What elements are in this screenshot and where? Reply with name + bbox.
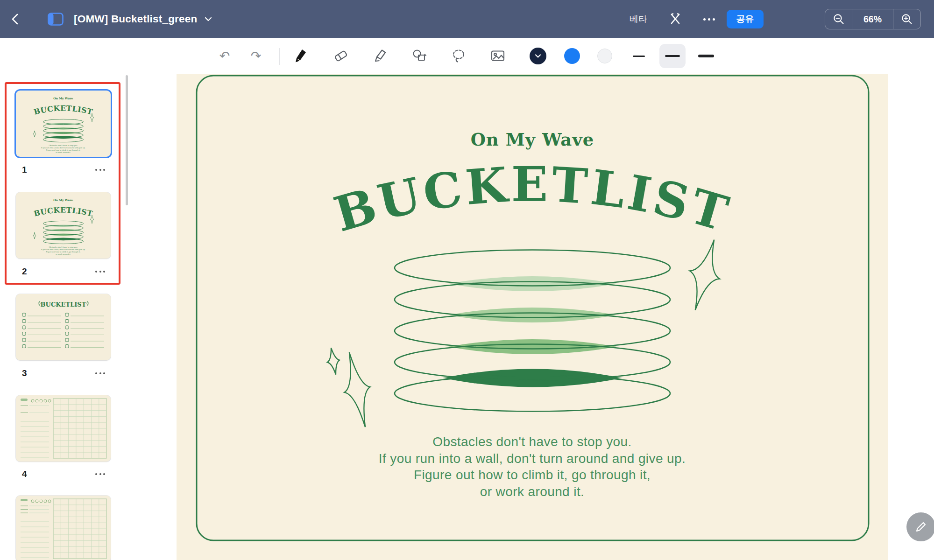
stroke-width-medium-button[interactable] (659, 44, 686, 68)
page-menu-button[interactable] (94, 370, 106, 377)
image-icon (490, 48, 506, 64)
coil-illustration (395, 250, 670, 412)
planner-thumbnail-art (16, 395, 111, 462)
stroke-width-large-button[interactable] (696, 46, 716, 66)
image-tool-button[interactable] (488, 46, 508, 66)
page-thumbnail-4[interactable] (16, 395, 111, 462)
stroke-small-icon (633, 56, 645, 57)
zoom-in-button[interactable] (893, 9, 920, 29)
svg-text:BUCKETLIST: BUCKETLIST (33, 104, 93, 116)
quote-line: or work around it. (177, 483, 888, 500)
zoom-in-icon (900, 12, 914, 26)
lasso-icon (451, 48, 467, 64)
canvas-area: On My Wave BUCKETLIST (131, 74, 934, 560)
chevron-left-icon (8, 11, 24, 27)
sidebar-icon (47, 12, 64, 27)
crossed-tools-button[interactable] (665, 9, 686, 29)
color-expand-button[interactable] (528, 46, 548, 66)
svg-text:BUCKETLIST: BUCKETLIST (41, 301, 86, 308)
cover-thumbnail-art: On My Wave BUCKETLIST Obstacles don't ha… (16, 91, 111, 157)
page-number: 1 (22, 165, 27, 175)
lasso-tool-button[interactable] (448, 46, 469, 66)
zoom-out-button[interactable] (825, 9, 852, 29)
stroke-large-icon (698, 55, 714, 57)
redo-icon: ↷ (251, 50, 262, 63)
blue-color-icon (564, 48, 580, 64)
list-thumbnail-art: BUCKETLIST (16, 294, 111, 360)
edit-mode-button[interactable] (906, 512, 934, 541)
more-options-button[interactable] (699, 9, 719, 29)
more-options-icon (703, 18, 715, 21)
page-number: 4 (22, 469, 27, 479)
page-label-row: 4 (16, 468, 111, 480)
cover-subtitle: On My Wave (471, 129, 594, 150)
page-number: 2 (22, 266, 27, 277)
eraser-tool-button[interactable] (331, 46, 351, 66)
svg-text:or work around it.: or work around it. (56, 151, 71, 154)
highlighter-icon (372, 48, 388, 64)
color-swatch-white[interactable] (594, 46, 615, 66)
zoom-out-icon (832, 12, 846, 26)
header: [OMW] Bucketlist_green 베타 공유 (0, 0, 934, 38)
page-thumbnail-5[interactable] (16, 496, 111, 560)
stroke-medium-icon (665, 55, 680, 57)
page-thumbnail-1[interactable]: On My Wave BUCKETLIST Obstacles don't ha… (16, 91, 111, 157)
undo-icon: ↶ (219, 50, 230, 63)
cover-quote: Obstacles don't have to stop you. If you… (177, 434, 888, 500)
stroke-width-small-button[interactable] (629, 46, 649, 66)
svg-text:BUCKETLIST: BUCKETLIST (33, 205, 93, 218)
toolbar-divider (279, 48, 280, 65)
shape-tool-button[interactable] (409, 46, 430, 66)
share-button[interactable]: 공유 (727, 10, 764, 28)
pencil-icon (914, 520, 928, 534)
page-menu-button[interactable] (94, 470, 106, 478)
chevron-down-icon (204, 15, 213, 23)
zoom-level: 66% (852, 9, 893, 29)
undo-button[interactable]: ↶ (214, 46, 235, 66)
current-color-swatch (530, 48, 546, 64)
zoom-controls: 66% (825, 9, 921, 29)
back-button[interactable] (7, 10, 25, 28)
cover-thumbnail-art: On My Wave BUCKETLIST Obstacles don't ha… (16, 192, 111, 259)
page-thumbnail-3[interactable]: BUCKETLIST (16, 294, 111, 360)
page-label-row: 1 (16, 164, 111, 176)
sidebar-toggle-button[interactable] (47, 11, 64, 27)
crossed-tools-icon (667, 11, 684, 28)
quote-line: Figure out how to climb it, go through i… (177, 467, 888, 483)
page-label-row: 2 (16, 266, 111, 278)
drawing-canvas[interactable]: On My Wave BUCKETLIST (177, 74, 888, 560)
pen-tool-button[interactable] (290, 46, 311, 66)
redo-button[interactable]: ↷ (246, 46, 266, 66)
color-swatch-blue[interactable] (562, 46, 582, 66)
chevron-down-icon (534, 53, 542, 59)
svg-text:or work around it.: or work around it. (56, 253, 71, 255)
svg-text:On My Wave: On My Wave (53, 198, 73, 202)
svg-text:On My Wave: On My Wave (53, 97, 73, 100)
page-menu-button[interactable] (94, 268, 106, 275)
document-title-button[interactable]: [OMW] Bucketlist_green (74, 0, 213, 38)
sidebar-scrollbar-thumb[interactable] (126, 75, 128, 205)
pen-icon (293, 48, 309, 64)
white-color-icon (597, 49, 612, 63)
eraser-icon (333, 48, 349, 64)
page-number: 3 (22, 368, 27, 378)
beta-badge: 베타 (630, 0, 647, 38)
quote-line: Obstacles don't have to stop you. (177, 434, 888, 450)
quote-line: If you run into a wall, don't turn aroun… (177, 450, 888, 467)
page-label-row: 3 (16, 367, 111, 379)
highlighter-tool-button[interactable] (370, 46, 390, 66)
page-thumbnail-2[interactable]: On My Wave BUCKETLIST Obstacles don't ha… (16, 192, 111, 259)
pages-sidebar: On My Wave BUCKETLIST Obstacles don't ha… (0, 74, 131, 560)
document-title: [OMW] Bucketlist_green (74, 13, 197, 25)
shapes-icon (411, 48, 427, 64)
page-menu-button[interactable] (94, 166, 106, 174)
planner-thumbnail-art (16, 496, 111, 560)
toolbar: ↶ ↷ (0, 38, 934, 74)
cover-title: BUCKETLIST (328, 156, 737, 243)
